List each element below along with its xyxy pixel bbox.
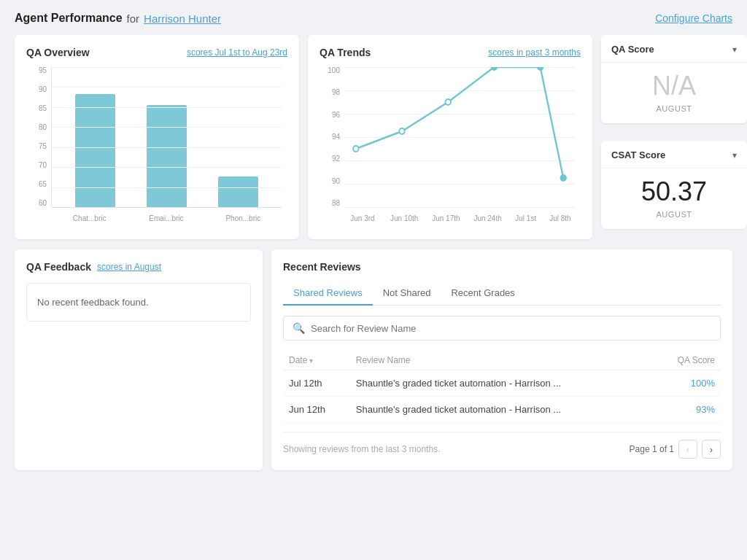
y-100: 100 [320,67,340,74]
y-label-60: 60 [26,200,47,207]
top-bar-left: Agent Performance for Harrison Hunter [15,12,221,25]
page-container: Agent Performance for Harrison Hunter Co… [0,0,747,560]
csat-score-body: 50.37 AUGUST [601,168,747,229]
bar-email-rect [147,105,187,207]
x-jun24: Jun 24th [470,214,506,222]
bar-phone [218,176,258,207]
configure-charts-link[interactable]: Configure Charts [655,12,732,24]
recent-reviews-title: Recent Reviews [283,261,721,273]
table-row: Jul 12th Shauntle's graded ticket automa… [283,370,721,397]
trends-svg-area [344,67,575,207]
y-label-65: 65 [26,181,47,188]
qa-score-dropdown[interactable]: ▾ [732,44,737,55]
bar-chat [75,94,115,207]
bottom-row: QA Feedback scores in August No recent f… [15,249,732,470]
for-label: for [127,12,140,25]
x-jul8: Jul 8th [546,214,575,222]
y-axis: 60 65 70 75 80 85 90 95 [26,67,48,207]
x-label-phone: Phon...bric [217,214,268,222]
bar-email [147,105,187,207]
tab-shared-reviews[interactable]: Shared Reviews [283,281,373,306]
tab-not-shared[interactable]: Not Shared [373,281,441,306]
y-label-85: 85 [26,105,47,112]
qa-overview-link[interactable]: scores Jul 1st to Aug 23rd [187,47,287,58]
top-row: QA Overview scores Jul 1st to Aug 23rd 6… [15,35,732,239]
qa-overview-header: QA Overview scores Jul 1st to Aug 23rd [26,47,287,58]
top-bar: Agent Performance for Harrison Hunter Co… [15,12,732,25]
table-row: Jun 12th Shauntle's graded ticket automa… [283,397,721,423]
x-jun10: Jun 10th [386,214,422,222]
x-jun17: Jun 17th [427,214,464,222]
x-label-chat: Chat...bric [64,214,115,222]
svg-point-5 [560,175,565,181]
tab-recent-grades[interactable]: Recent Grades [441,281,525,306]
y-94: 94 [320,133,340,141]
y-label-95: 95 [26,67,47,74]
csat-score-header: CSAT Score ▾ [601,141,747,168]
y-92: 92 [320,155,340,163]
table-body: Jul 12th Shauntle's graded ticket automa… [283,370,721,423]
y-label-90: 90 [26,86,47,93]
table-footer: Showing reviews from the last 3 months. … [283,432,721,459]
qa-score-header: QA Score ▾ [601,35,747,63]
search-input[interactable] [311,323,711,334]
table-header: Date ▾ Review Name QA Score [283,351,721,370]
y-label-75: 75 [26,143,47,150]
y-90: 90 [320,178,340,185]
y-88: 88 [320,200,340,207]
qa-overview-card: QA Overview scores Jul 1st to Aug 23rd 6… [15,35,299,239]
svg-point-0 [353,146,358,152]
bar-phone-rect [218,176,258,207]
qa-trends-link[interactable]: scores in past 3 months [488,47,581,58]
qa-feedback-card: QA Feedback scores in August No recent f… [15,249,263,470]
qa-score-period: AUGUST [611,104,737,113]
next-page-button[interactable]: › [702,440,721,459]
csat-score-title: CSAT Score [611,149,665,160]
x-label-email: Emai...bric [141,214,192,222]
score-cards-column: QA Score ▾ N/A AUGUST CSAT Score ▾ 50.37… [601,35,747,239]
cell-date-2: Jun 12th [283,397,350,423]
agent-name-link[interactable]: Harrison Hunter [144,12,221,25]
date-sort-icon: ▾ [309,357,313,365]
qa-feedback-link[interactable]: scores in August [97,262,161,272]
y-label-80: 80 [26,124,47,131]
pagination: Page 1 of 1 ‹ › [630,440,721,459]
csat-score-value: 50.37 [611,176,737,207]
cell-review-name-2: Shauntle's graded ticket automation - Ha… [350,397,652,423]
prev-page-button[interactable]: ‹ [678,440,697,459]
qa-feedback-title: QA Feedback [26,261,91,273]
col-qa-score: QA Score [652,351,721,370]
recent-reviews-card: Recent Reviews Shared Reviews Not Shared… [271,249,732,470]
search-bar[interactable]: 🔍 [283,316,721,341]
cell-score-1: 100% [652,370,721,397]
trends-chart-area: 88 90 92 94 96 98 100 [320,67,581,228]
col-date[interactable]: Date ▾ [283,351,350,370]
qa-score-title: QA Score [611,44,654,55]
trends-x-axis: Jun 3rd Jun 10th Jun 17th Jun 24th Jul 1… [344,209,575,228]
csat-score-card: CSAT Score ▾ 50.37 AUGUST [601,141,747,229]
reviews-table: Date ▾ Review Name QA Score Jul 12th Sha… [283,351,721,423]
trends-y-axis: 88 90 92 94 96 98 100 [320,67,341,207]
no-feedback-message: No recent feedback found. [26,283,251,322]
svg-point-3 [492,67,497,70]
x-jun3: Jun 3rd [344,214,381,222]
bar-chat-rect [75,94,115,207]
svg-point-4 [538,67,543,70]
qa-feedback-header: QA Feedback scores in August [26,261,251,273]
qa-score-body: N/A AUGUST [601,63,747,123]
csat-score-dropdown[interactable]: ▾ [732,150,737,160]
qa-trends-header: QA Trends scores in past 3 months [320,47,581,58]
footer-text: Showing reviews from the last 3 months. [283,444,440,454]
col-review-name: Review Name [350,351,652,370]
qa-score-card: QA Score ▾ N/A AUGUST [601,35,747,123]
cell-score-2: 93% [652,397,721,423]
qa-score-value: N/A [611,70,737,101]
csat-score-period: AUGUST [611,210,737,219]
qa-trends-title: QA Trends [320,47,371,58]
cell-date-1: Jul 12th [283,370,350,397]
chart-area [51,67,282,207]
svg-point-2 [445,99,450,105]
search-icon: 🔍 [293,322,305,334]
page-title: Agent Performance [15,12,123,25]
y-label-70: 70 [26,162,47,169]
